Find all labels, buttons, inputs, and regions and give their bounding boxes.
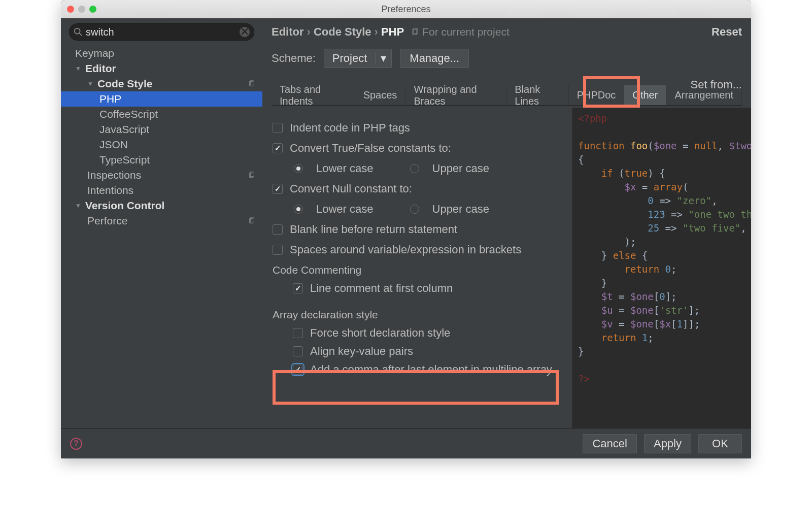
tree-item[interactable]: PHP — [61, 91, 262, 107]
svg-point-0 — [75, 28, 80, 34]
tree-item-label: JSON — [99, 139, 128, 151]
checkbox-indent-php[interactable] — [273, 123, 283, 133]
option-label: Spaces around variable/expression in bra… — [290, 243, 521, 256]
help-icon[interactable]: ? — [70, 438, 82, 450]
main-panel: Editor › Code Style › PHP For current pr… — [262, 18, 751, 428]
scheme-label: Scheme: — [272, 52, 316, 65]
radio-tf-lower[interactable] — [294, 164, 303, 173]
option-label: Line comment at first column — [310, 282, 453, 295]
search-input[interactable] — [83, 26, 240, 38]
tree-item-label: Keymap — [75, 47, 114, 59]
tree-item-label: Version Control — [85, 200, 164, 212]
cancel-button[interactable]: Cancel — [583, 434, 636, 453]
tab-tabs-and-indents[interactable]: Tabs and Indents — [272, 85, 355, 105]
code-preview: <?php function foo($one = null, $two = {… — [572, 108, 751, 428]
copy-icon — [248, 215, 255, 227]
reset-button[interactable]: Reset — [712, 25, 742, 39]
apply-button[interactable]: Apply — [644, 434, 691, 453]
manage-button[interactable]: Manage... — [400, 49, 469, 68]
checkbox-align-kv[interactable] — [293, 346, 303, 356]
code-style-tabs: Tabs and IndentsSpacesWrapping and Brace… — [272, 85, 742, 106]
tree-item-label: Perforce — [87, 215, 127, 227]
copy-icon — [248, 78, 255, 90]
tree-item[interactable]: Perforce — [61, 213, 262, 228]
scheme-combo[interactable]: Project ▾ — [324, 49, 392, 68]
options-pane: Indent code in PHP tags Convert True/Fal… — [262, 108, 572, 428]
radio-null-upper[interactable] — [410, 205, 419, 214]
tree-item[interactable]: JavaScript — [61, 122, 262, 137]
tree-item[interactable]: ▼Editor — [61, 61, 262, 76]
tree-item-label: TypeScript — [99, 154, 150, 166]
section-array-style: Array declaration style — [268, 309, 566, 321]
breadcrumb-separator: › — [307, 25, 311, 39]
radio-label: Lower case — [316, 162, 374, 175]
settings-tree: Keymap▼Editor▼Code StylePHPCoffeeScriptJ… — [61, 46, 262, 228]
tree-item[interactable]: Intentions — [61, 183, 262, 198]
radio-label: Upper case — [432, 162, 490, 175]
tree-item-label: JavaScript — [99, 123, 149, 136]
window-title: Preferences — [61, 4, 751, 15]
radio-label: Lower case — [316, 203, 374, 216]
tab-blank-lines[interactable]: Blank Lines — [506, 85, 568, 105]
titlebar: Preferences — [61, 0, 751, 18]
tree-item-label: CoffeeScript — [99, 108, 158, 120]
tab-phpdoc[interactable]: PHPDoc — [569, 85, 625, 105]
checkbox-trailing-comma[interactable] — [293, 365, 303, 375]
checkbox-convert-null[interactable] — [273, 184, 283, 194]
tree-item[interactable]: Inspections — [61, 168, 262, 183]
option-label: Convert True/False constants to: — [290, 142, 451, 155]
option-label: Convert Null constant to: — [290, 182, 412, 195]
svg-line-1 — [80, 34, 82, 36]
clear-search-button[interactable]: ✕ — [240, 27, 250, 37]
chevron-down-icon: ▾ — [375, 52, 391, 65]
project-scope-label: For current project — [411, 26, 510, 38]
tree-item[interactable]: ▼Code Style — [61, 76, 262, 91]
option-label: Add a comma after last element in multil… — [310, 363, 552, 376]
copy-icon — [248, 169, 255, 181]
section-code-commenting: Code Commenting — [268, 264, 566, 276]
tree-item-label: Intentions — [87, 184, 133, 196]
tree-item[interactable]: TypeScript — [61, 152, 262, 168]
breadcrumb-part[interactable]: Code Style — [314, 25, 371, 39]
option-label: Indent code in PHP tags — [290, 121, 410, 135]
option-label: Force short declaration style — [310, 326, 450, 340]
tab-arrangement[interactable]: Arrangement — [666, 85, 742, 105]
checkbox-line-comment[interactable] — [293, 283, 303, 293]
tab-spaces[interactable]: Spaces — [355, 85, 406, 105]
chevron-down-icon: ▼ — [87, 80, 94, 87]
checkbox-force-short[interactable] — [293, 328, 303, 338]
tree-item-label: Inspections — [87, 169, 141, 181]
tree-item[interactable]: JSON — [61, 137, 262, 152]
breadcrumb-part[interactable]: Editor — [272, 25, 304, 39]
tree-item-label: Code Style — [97, 78, 153, 90]
tab-wrapping-and-braces[interactable]: Wrapping and Braces — [405, 85, 506, 105]
option-label: Blank line before return statement — [290, 223, 457, 236]
option-label: Align key-value pairs — [310, 345, 413, 358]
search-input-wrapper[interactable]: ✕ — [69, 23, 254, 41]
chevron-down-icon: ▼ — [75, 202, 82, 209]
dialog-footer: ? Cancel Apply OK — [61, 428, 751, 458]
radio-tf-upper[interactable] — [410, 164, 419, 173]
tree-item[interactable]: ▼Version Control — [61, 198, 262, 213]
radio-label: Upper case — [432, 203, 490, 216]
tab-other[interactable]: Other — [624, 85, 666, 105]
scheme-value: Project — [324, 52, 375, 65]
copy-icon — [411, 28, 419, 36]
tree-item-label: PHP — [99, 93, 121, 105]
radio-null-lower[interactable] — [294, 205, 303, 214]
search-icon — [74, 27, 83, 37]
chevron-down-icon: ▼ — [75, 65, 82, 72]
tree-item[interactable]: Keymap — [61, 46, 262, 61]
checkbox-convert-tf[interactable] — [273, 143, 283, 153]
checkbox-blank-return[interactable] — [273, 224, 283, 235]
tree-item[interactable]: CoffeeScript — [61, 107, 262, 122]
tree-item-label: Editor — [85, 62, 116, 75]
checkbox-spaces-brackets[interactable] — [273, 245, 283, 255]
ok-button[interactable]: OK — [698, 434, 742, 453]
preferences-sidebar: ✕ Keymap▼Editor▼Code StylePHPCoffeeScrip… — [61, 18, 262, 428]
breadcrumb-separator: › — [375, 25, 378, 39]
breadcrumb-current: PHP — [381, 25, 404, 39]
